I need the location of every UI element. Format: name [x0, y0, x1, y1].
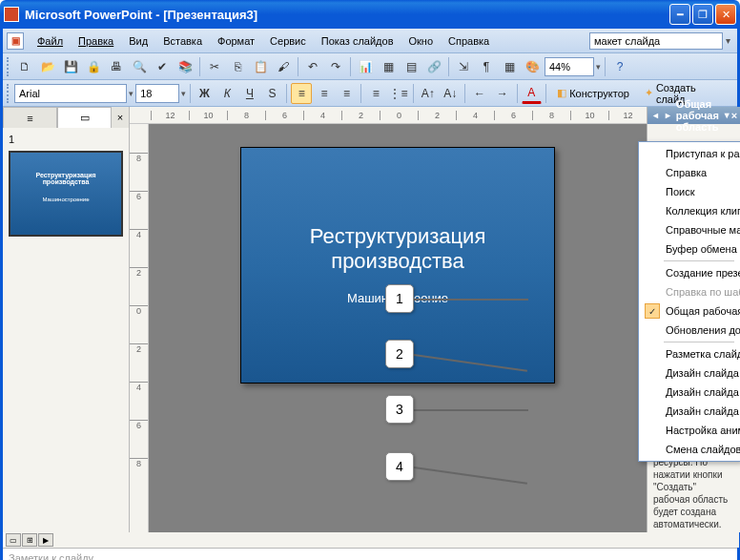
format-painter-icon[interactable]: 🖌 — [273, 56, 294, 77]
menu-custom-animation[interactable]: Настройка анимации — [641, 421, 738, 440]
menu-search[interactable]: Поиск — [641, 182, 738, 201]
close-panel-icon[interactable]: × — [112, 107, 129, 128]
maximize-button[interactable]: ❐ — [692, 4, 713, 25]
callout-1: 1 — [385, 284, 414, 313]
redo-icon[interactable]: ↷ — [325, 56, 346, 77]
undo-icon[interactable]: ↶ — [302, 56, 323, 77]
font-size-box[interactable]: 18 — [135, 84, 178, 103]
slide-title[interactable]: Реструктуризация производства — [241, 224, 554, 274]
check-icon: ✓ — [645, 303, 660, 319]
minimize-button[interactable]: ━ — [669, 4, 690, 25]
increase-indent-icon[interactable]: → — [492, 83, 513, 104]
menu-help[interactable]: Справка — [641, 163, 738, 182]
menu-clipboard[interactable]: Буфер обмена — [641, 239, 738, 259]
align-left-icon[interactable]: ≡ — [291, 83, 312, 104]
copy-icon[interactable]: ⎘ — [227, 56, 248, 77]
menu-slide-layout[interactable]: Разметка слайда — [641, 344, 738, 363]
task-pane: ◄ ► Общая рабочая область ▼ × Приступая … — [647, 107, 740, 532]
slideshow-view-icon[interactable]: ▶ — [38, 533, 53, 547]
menu-insert[interactable]: Вставка — [155, 33, 210, 49]
horizontal-ruler: 12108642024681012 — [130, 107, 647, 124]
menu-view[interactable]: Вид — [121, 33, 155, 49]
slide-editor: 12108642024681012 864202468 Реструктуриз… — [130, 107, 647, 532]
menu-window[interactable]: Окно — [401, 33, 442, 49]
notes-placeholder: Заметки к слайду — [9, 552, 93, 561]
menu-new-presentation[interactable]: Создание презентации — [641, 263, 738, 282]
research-icon[interactable]: 📚 — [175, 56, 195, 77]
font-box[interactable]: Arial — [14, 84, 127, 103]
italic-icon[interactable]: К — [216, 83, 237, 104]
numbering-icon[interactable]: ≡ — [365, 83, 386, 104]
notes-pane[interactable]: Заметки к слайду — [3, 548, 737, 560]
new-icon[interactable]: 🗋 — [14, 56, 35, 77]
menu-doc-updates[interactable]: Обновления документов — [641, 321, 738, 340]
menu-format[interactable]: Формат — [210, 33, 262, 49]
menu-help[interactable]: Справка — [441, 33, 497, 49]
callout-2: 2 — [385, 340, 414, 368]
design-button[interactable]: ◧Конструктор — [550, 83, 636, 104]
menu-reference[interactable]: Справочные материалы — [641, 220, 738, 239]
main-area: ≡ ▭ × 1 Реструктуризация производства Ма… — [3, 107, 737, 532]
menu-getting-started[interactable]: Приступая к работе — [641, 144, 738, 163]
chart-icon[interactable]: 📊 — [355, 56, 376, 77]
decrease-indent-icon[interactable]: ← — [469, 83, 490, 104]
font-color-icon[interactable]: A — [522, 83, 543, 104]
taskpane-menu: Приступая к работе Справка Поиск Коллекц… — [638, 141, 740, 462]
permission-icon[interactable]: 🔒 — [83, 56, 104, 77]
slides-tab[interactable]: ▭ — [57, 107, 112, 128]
toolbar-grip[interactable] — [7, 57, 10, 76]
table-icon[interactable]: ▦ — [378, 56, 399, 77]
menu-file[interactable]: Файл — [30, 33, 71, 49]
document-control-icon[interactable]: ▣ — [7, 32, 24, 50]
menu-shared-workspace[interactable]: ✓Общая рабочая область — [641, 301, 738, 321]
menu-slide-design-color[interactable]: Дизайн слайда - Цветовые схемы — [641, 383, 738, 402]
menu-slide-design[interactable]: Дизайн слайда — [641, 363, 738, 383]
forward-icon[interactable]: ► — [664, 111, 672, 120]
thumb-subtitle: Машиностроение — [18, 197, 113, 202]
spelling-icon[interactable]: ✔ — [152, 56, 173, 77]
thumb-title: Реструктуризация производства — [18, 172, 113, 185]
menu-edit[interactable]: Правка — [71, 33, 121, 49]
bold-icon[interactable]: Ж — [195, 83, 216, 104]
outline-tab[interactable]: ≡ — [3, 107, 57, 128]
help-search-box[interactable] — [589, 32, 723, 50]
expand-icon[interactable]: ⇲ — [453, 56, 474, 77]
decrease-font-icon[interactable]: A↓ — [441, 83, 462, 104]
slide-thumbnail[interactable]: Реструктуризация производства Машиностро… — [9, 151, 123, 237]
close-button[interactable]: ✕ — [715, 4, 736, 25]
paste-icon[interactable]: 📋 — [250, 56, 271, 77]
taskpane-header[interactable]: ◄ ► Общая рабочая область ▼ × — [648, 107, 740, 124]
menu-slideshow[interactable]: Показ слайдов — [314, 33, 401, 49]
menu-template-help: Справка по шаблону — [641, 282, 738, 301]
show-formatting-icon[interactable]: ¶ — [476, 56, 497, 77]
open-icon[interactable]: 📂 — [37, 56, 58, 77]
increase-font-icon[interactable]: A↑ — [418, 83, 439, 104]
menubar: ▣ Файл Правка Вид Вставка Формат Сервис … — [3, 29, 737, 53]
slide-canvas[interactable]: Реструктуризация производства Машиностро… — [149, 124, 647, 532]
shadow-icon[interactable]: S — [262, 83, 283, 104]
back-icon[interactable]: ◄ — [651, 111, 660, 120]
slide-number: 1 — [9, 134, 14, 145]
preview-icon[interactable]: 🔍 — [129, 56, 150, 77]
sorter-view-icon[interactable]: ⊞ — [22, 533, 37, 547]
align-right-icon[interactable]: ≡ — [337, 83, 358, 104]
zoom-box[interactable]: 44% — [545, 57, 594, 76]
menu-service[interactable]: Сервис — [262, 33, 314, 49]
color-icon[interactable]: 🎨 — [522, 56, 543, 77]
menu-clipart[interactable]: Коллекция клипов — [641, 201, 738, 220]
underline-icon[interactable]: Ч — [239, 83, 260, 104]
hyperlink-icon[interactable]: 🔗 — [423, 56, 444, 77]
align-center-icon[interactable]: ≡ — [314, 83, 335, 104]
cut-icon[interactable]: ✂ — [204, 56, 225, 77]
menu-slide-transition[interactable]: Смена слайдов — [641, 440, 738, 459]
taskpane-close-icon[interactable]: × — [731, 110, 737, 121]
toolbar-grip[interactable] — [7, 84, 10, 103]
bullets-icon[interactable]: ⋮≡ — [388, 83, 409, 104]
print-icon[interactable]: 🖶 — [106, 56, 127, 77]
normal-view-icon[interactable]: ▭ — [6, 533, 21, 547]
menu-slide-design-anim[interactable]: Дизайн слайда - Эффекты анимации — [641, 402, 738, 421]
save-icon[interactable]: 💾 — [60, 56, 81, 77]
tables-borders-icon[interactable]: ▤ — [401, 56, 421, 77]
help-icon[interactable]: ? — [609, 56, 630, 77]
grid-icon[interactable]: ▦ — [499, 56, 520, 77]
